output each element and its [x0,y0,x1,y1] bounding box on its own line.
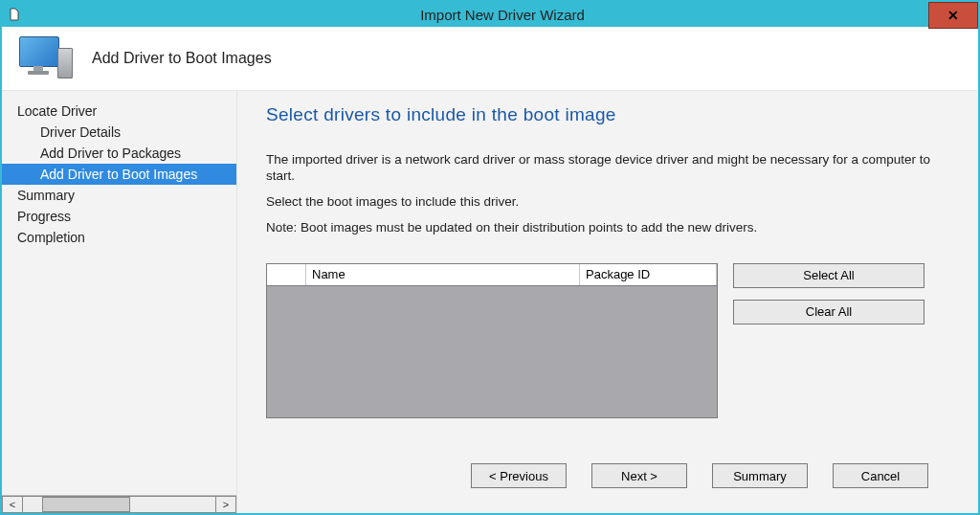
close-button[interactable]: ✕ [928,2,978,29]
nav-summary[interactable]: Summary [2,185,236,206]
list-side-buttons: Select All Clear All [733,263,924,418]
previous-button[interactable]: < Previous [471,463,567,488]
nav-items: Locate Driver Driver Details Add Driver … [2,101,236,495]
window-title: Import New Driver Wizard [27,7,978,23]
next-button[interactable]: Next > [591,463,687,488]
titlebar: Import New Driver Wizard ✕ [2,2,978,27]
nav-add-driver-to-boot-images[interactable]: Add Driver to Boot Images [2,164,236,185]
summary-button[interactable]: Summary [712,463,808,488]
close-icon: ✕ [947,8,959,23]
wizard-content: Select drivers to include in the boot im… [237,91,978,513]
list-body[interactable] [267,286,717,417]
page-heading: Select drivers to include in the boot im… [266,104,953,125]
wizard-footer: < Previous Next > Summary Cancel [266,452,953,504]
content-paragraph-1: The imported driver is a network card dr… [266,152,953,185]
clear-all-button[interactable]: Clear All [733,300,924,325]
content-paragraph-2: Select the boot images to include this d… [266,194,953,211]
scroll-left-icon[interactable]: < [2,496,23,513]
list-header: Name Package ID [267,264,717,286]
app-icon [2,2,27,27]
column-name[interactable]: Name [306,264,580,285]
scroll-thumb[interactable] [42,497,130,512]
select-all-button[interactable]: Select All [733,263,924,288]
column-package-id[interactable]: Package ID [580,264,717,285]
nav-driver-details[interactable]: Driver Details [2,122,236,143]
nav-locate-driver[interactable]: Locate Driver [2,101,236,122]
computer-icon [19,36,73,80]
wizard-banner: Add Driver to Boot Images [2,27,978,91]
nav-scrollbar[interactable]: < > [2,495,236,513]
scroll-right-icon[interactable]: > [215,496,236,513]
cancel-button[interactable]: Cancel [833,463,928,488]
banner-title: Add Driver to Boot Images [92,50,272,67]
nav-completion[interactable]: Completion [2,227,236,248]
wizard-nav: Locate Driver Driver Details Add Driver … [2,91,237,513]
scroll-track[interactable] [23,496,215,513]
svg-marker-0 [11,9,18,20]
nav-add-driver-to-packages[interactable]: Add Driver to Packages [2,143,236,164]
nav-progress[interactable]: Progress [2,206,236,227]
column-checkbox[interactable] [267,264,306,285]
content-paragraph-3: Note: Boot images must be updated on the… [266,220,953,236]
wizard-body: Locate Driver Driver Details Add Driver … [2,91,978,513]
boot-image-list[interactable]: Name Package ID [266,263,718,418]
wizard-window: Import New Driver Wizard ✕ Add Driver to… [0,0,980,515]
list-area: Name Package ID Select All Clear All [266,263,953,418]
